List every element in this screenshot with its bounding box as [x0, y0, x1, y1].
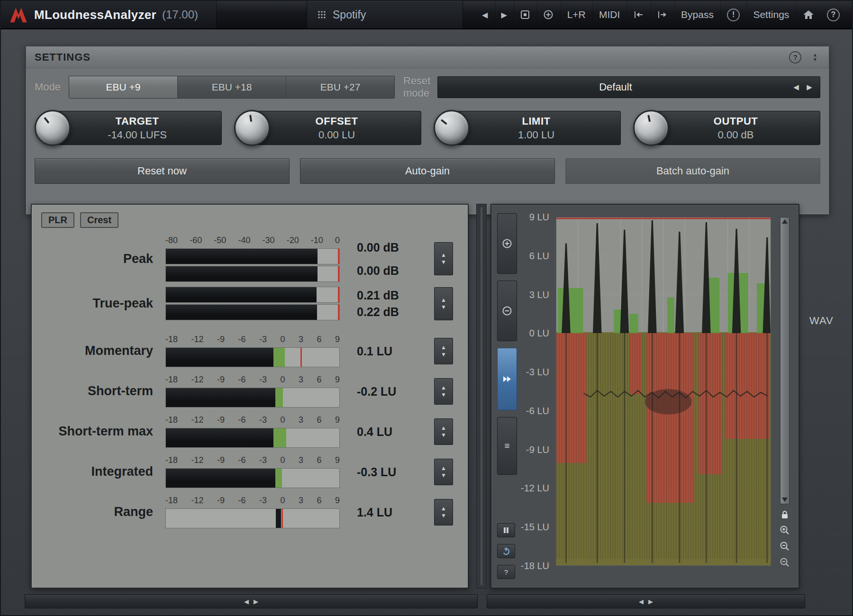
limit-knob[interactable]: [434, 110, 470, 146]
reset-mode-next-icon[interactable]: ▶: [803, 83, 816, 91]
meters-panel: PLR Crest Peak -80-60-50-40-30-20-100 0.…: [31, 204, 469, 589]
settings-collapse-button[interactable]: ▲ ▼: [810, 52, 820, 63]
follow-playback-button[interactable]: [497, 348, 517, 410]
power-button[interactable]: [497, 544, 515, 558]
preset-selector[interactable]: Spotify: [307, 1, 463, 28]
momentary-stepper[interactable]: ▲ ▼: [434, 338, 453, 364]
meter-fill: [166, 348, 273, 367]
offset-knob[interactable]: [234, 110, 270, 146]
graph-vscrollbar[interactable]: [775, 217, 795, 582]
scale-tick: -80: [165, 236, 178, 246]
graph-help-button[interactable]: ?: [497, 565, 515, 579]
stepper-down-icon: ▼: [441, 259, 446, 265]
scale-tick: -3: [259, 375, 267, 385]
help-icon: ?: [504, 568, 508, 576]
settings-button[interactable]: Settings: [747, 1, 795, 28]
range-meter: [165, 508, 340, 528]
mode-selector: EBU +9 EBU +18 EBU +27: [69, 76, 395, 99]
plugin-version: (17.00): [162, 8, 198, 21]
scale-tick: -3: [259, 335, 267, 345]
true-peak-stepper[interactable]: ▲ ▼: [434, 287, 453, 320]
reset-now-button[interactable]: Reset now: [35, 158, 290, 184]
loudness-graph-panel: ≡ ? 9 LU6 LU3 LU0 LU-3 LU-6 LU-9 LU-12 L…: [490, 204, 799, 589]
bypass-button[interactable]: Bypass: [675, 1, 719, 28]
offset-display[interactable]: OFFSET 0.00 LU: [252, 111, 421, 145]
zoom-in-icon-button[interactable]: [780, 525, 790, 535]
scale-tick: -12: [191, 496, 203, 506]
melda-logo-icon[interactable]: [9, 6, 28, 23]
scale-tick: -3: [259, 455, 267, 466]
short-term-max-stepper[interactable]: ▲ ▼: [434, 418, 453, 445]
graph-panel-hscroll[interactable]: ◀ ▶: [487, 594, 805, 608]
range-stepper[interactable]: ▲ ▼: [434, 499, 453, 525]
scale-tick: -6: [238, 415, 245, 426]
menu-icon: ≡: [504, 441, 509, 451]
peak-meter-1: [165, 248, 340, 264]
home-button[interactable]: [797, 1, 820, 28]
short-term-stepper[interactable]: ▲ ▼: [434, 378, 453, 405]
app-identity: MLoudnessAnalyzer (17.00): [1, 1, 217, 28]
output-display[interactable]: OUTPUT 0.00 dB: [651, 111, 820, 145]
graph-zoom-out-button[interactable]: [497, 281, 517, 341]
help-button[interactable]: ?: [821, 1, 845, 28]
graph-menu-button[interactable]: ≡: [497, 417, 517, 475]
meter-marker: [281, 509, 283, 528]
prev-preset-button[interactable]: ◀: [476, 1, 493, 28]
scale-tick: 9: [335, 496, 340, 506]
integrated-value: -0.3 LU: [357, 464, 428, 480]
output-knob[interactable]: [633, 110, 669, 146]
scale-tick: -60: [190, 236, 202, 246]
copy-settings-in-button[interactable]: [627, 1, 650, 28]
alert-button[interactable]: !: [721, 1, 745, 28]
next-preset-button[interactable]: ▶: [495, 1, 513, 28]
scroll-right-icon[interactable]: ▶: [648, 598, 653, 605]
scroll-left-icon[interactable]: ◀: [639, 598, 644, 605]
peak-value-2: 0.00 dB: [357, 263, 428, 279]
integrated-stepper[interactable]: ▲ ▼: [434, 459, 453, 485]
limit-display[interactable]: LIMIT 1.00 LU: [452, 111, 621, 145]
target-knob[interactable]: [35, 110, 71, 146]
vscroll-track[interactable]: [780, 217, 789, 504]
scroll-down-icon[interactable]: [782, 498, 788, 502]
scroll-up-icon[interactable]: [782, 219, 788, 224]
scale-tick: 3: [299, 415, 303, 426]
scale-tick: -30: [263, 236, 275, 246]
zoom-out-icon-button[interactable]: [780, 541, 790, 552]
batch-auto-gain-button[interactable]: Batch auto-gain: [565, 158, 820, 184]
copy-settings-out-button[interactable]: [651, 1, 673, 28]
mode-ebu9-button[interactable]: EBU +9: [69, 76, 178, 98]
mode-ebu18-button[interactable]: EBU +18: [178, 76, 286, 98]
midi-button[interactable]: MIDI: [593, 1, 626, 28]
auto-gain-button[interactable]: Auto-gain: [300, 158, 555, 184]
mode-ebu27-button[interactable]: EBU +27: [286, 76, 394, 98]
zoom-fit-icon-button[interactable]: [780, 557, 790, 568]
scroll-right-icon[interactable]: ▶: [254, 598, 258, 605]
peak-stepper[interactable]: ▲ ▼: [434, 242, 453, 275]
panel-divider[interactable]: [476, 204, 487, 589]
scale-tick: -9: [217, 375, 225, 385]
meter-segment: [275, 388, 283, 407]
tab-crest[interactable]: Crest: [80, 212, 118, 228]
wav-tab-label[interactable]: WAV: [809, 315, 834, 327]
reset-mode-prev-icon[interactable]: ◀: [789, 83, 803, 91]
divider-handle[interactable]: [481, 207, 482, 585]
settings-help-button[interactable]: ?: [786, 51, 804, 64]
channel-mode-button[interactable]: L+R: [561, 1, 591, 28]
limit-value: 1.00 LU: [518, 129, 554, 141]
stepper-up-icon: ▲: [441, 506, 446, 512]
loudness-waveform: [556, 217, 771, 565]
lock-zoom-button[interactable]: [780, 510, 789, 519]
pause-button[interactable]: [497, 523, 515, 537]
graph-zoom-in-button[interactable]: [497, 213, 517, 274]
settings-panel-header[interactable]: SETTINGS ? ▲ ▼: [26, 46, 829, 68]
meter-label-momentary: Momentary: [41, 344, 160, 358]
reset-mode-dropdown[interactable]: Default ◀ ▶: [437, 76, 820, 98]
meters-panel-hscroll[interactable]: ◀ ▶: [25, 594, 478, 608]
random-preset-button[interactable]: [514, 1, 535, 28]
loudness-history-graph[interactable]: [556, 217, 771, 566]
target-display[interactable]: TARGET -14.00 LUFS: [53, 111, 222, 145]
scroll-left-icon[interactable]: ◀: [244, 598, 249, 605]
stepper-down-icon: ▼: [441, 352, 446, 358]
tab-plr[interactable]: PLR: [41, 212, 74, 228]
add-preset-button[interactable]: [537, 1, 559, 28]
